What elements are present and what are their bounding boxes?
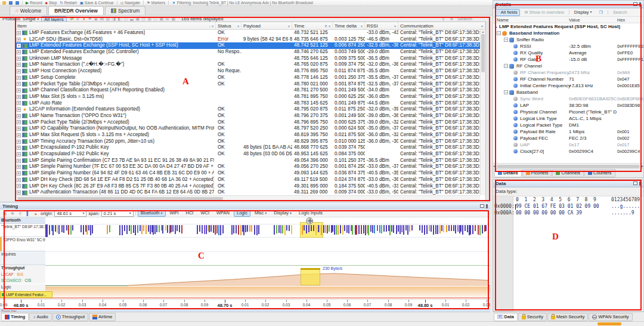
expander-icon[interactable]: + — [17, 114, 21, 118]
sidebar-inquiries[interactable]: Inquiries — [0, 251, 45, 265]
search-input[interactable]: Search — [457, 16, 472, 21]
column-header-communication[interactable]: Communication▾ — [398, 22, 485, 29]
details-row[interactable]: Payload FECFEC 2/30x002 — [493, 135, 643, 142]
column-header-payload[interactable]: Payload▾ — [242, 22, 292, 29]
expander-icon[interactable]: + — [17, 146, 21, 150]
table-row[interactable]: +LMP Channel Classification Request (AFH… — [16, 87, 485, 94]
tab-audio[interactable]: ♪Audio — [29, 313, 51, 321]
tab-throughput[interactable]: Throughput — [52, 313, 88, 321]
protocol-toolbar-icon[interactable]: ⇄ — [69, 16, 75, 21]
expander-icon[interactable]: + — [17, 152, 21, 156]
tab-counters[interactable]: Counters — [584, 169, 615, 177]
collapse-box[interactable]: − — [504, 64, 508, 68]
markers-button[interactable]: ⚑Markers — [147, 1, 165, 5]
sidebar-device-oppo[interactable]: "OPPO Enco W31" 5C:97:8... — [0, 237, 45, 251]
filtering-status[interactable]: ▼Filtering: Involving Telink_BT | No LE … — [172, 1, 313, 5]
details-row[interactable]: Clock[27-0]0x00299C40x00299C4 — [493, 148, 643, 155]
vertical-scrollbar[interactable]: ▲ — [480, 30, 485, 195]
expander-icon[interactable]: + — [17, 82, 21, 86]
protocol-selector[interactable]: Protocol: Single ▾ — [2, 16, 39, 21]
expander-icon[interactable]: + — [17, 171, 21, 176]
timing-filter-hci[interactable]: HCI — [183, 210, 197, 217]
protocol-toolbar-icon[interactable]: ⚑ — [87, 16, 93, 21]
protocol-toolbar-icon[interactable]: ⬡ — [153, 16, 159, 21]
table-row[interactable]: +LMP Max Slot Request (5 slots = 3.125 m… — [16, 132, 485, 139]
tab-piconets[interactable]: Piconets — [522, 169, 552, 177]
protocol-toolbar-icon[interactable]: ⇵ — [75, 16, 81, 21]
all-layers-button[interactable]: All layers — [41, 16, 66, 22]
record-button[interactable]: ▶Record — [26, 1, 42, 5]
table-row[interactable]: +LMP Extended Features Exchange (SSP Hos… — [16, 42, 485, 49]
scrollbar-thumb[interactable] — [481, 34, 485, 72]
timing-filter-logic[interactable]: Logic — [234, 210, 250, 217]
sidebar-device-telink[interactable]: "Telink_BT" D8:6F:17:38:3... — [0, 224, 45, 237]
expander-icon[interactable]: + — [17, 140, 21, 144]
expander-icon[interactable]: + — [17, 50, 21, 54]
lock-tool-icon[interactable]: ▲ — [33, 211, 39, 216]
restart-button[interactable]: ↻Restart — [60, 1, 76, 5]
stop-button[interactable]: ■Stop — [45, 1, 57, 5]
details-row[interactable]: RF Gain-15.0 dB0xFFFFFFF1 — [493, 56, 643, 63]
protocol-toolbar-icon[interactable]: ⊞ — [165, 16, 171, 21]
protocol-toolbar-icon[interactable]: ▥ — [105, 16, 111, 21]
expander-icon[interactable]: + — [17, 63, 21, 67]
expander-icon[interactable]: + — [17, 159, 21, 163]
tab-timing[interactable]: Timing — [1, 313, 29, 321]
display-dropdown[interactable]: Display▾ — [572, 9, 595, 16]
collapse-box[interactable]: − — [497, 31, 501, 35]
details-row[interactable]: Logical Packet TypeDM1 — [493, 122, 643, 128]
details-row[interactable]: RF Channel Frequency2473 Mhz0x9A9 — [493, 69, 643, 76]
table-row[interactable]: +LMP Simple Pairing Number (7F EC 67 00 … — [16, 164, 485, 170]
table-row[interactable]: +LMP Features Exchange (45 Features + 46… — [16, 30, 485, 36]
scrollbar-thumb[interactable] — [17, 197, 223, 200]
window-icon[interactable] — [633, 182, 637, 185]
navigate-button[interactable]: ◎Navigate — [120, 1, 140, 5]
column-name[interactable]: Name — [493, 17, 509, 23]
collapse-box[interactable]: − — [504, 38, 508, 42]
column-header-time[interactable]: Time▼ ▾ — [292, 22, 333, 29]
horizontal-scrollbar[interactable] — [16, 195, 480, 201]
table-row[interactable]: +LMP Simple Pairing Number (64 94 82 4F … — [16, 170, 485, 177]
table-row[interactable]: +Unknown LMP Message48.755 646 1250.009 … — [16, 56, 485, 62]
table-row[interactable]: +LMP Packet Type Table (2/3Mbps + Accept… — [16, 119, 485, 126]
protocol-toolbar-icon[interactable]: ▤ — [99, 16, 105, 21]
expander-icon[interactable]: + — [17, 165, 21, 169]
details-row[interactable]: LAP38:3D:980x0383D98 — [493, 102, 643, 109]
protocol-toolbar-icon[interactable]: ◻ — [141, 16, 147, 21]
column-tool-icon[interactable]: ▌ — [25, 211, 31, 216]
details-search-input[interactable]: Search — [611, 9, 630, 16]
table-row[interactable]: +LMP Timing Accuracy Transaction (250 pp… — [16, 139, 485, 145]
open-icon[interactable] — [2, 1, 6, 5]
table-row[interactable]: +LMP Host Connection (Accepted)No Reque.… — [16, 68, 485, 75]
table-row[interactable]: +LMP Name Transaction ("OPPO Enco W31")O… — [16, 113, 485, 119]
expander-icon[interactable]: + — [17, 190, 21, 195]
expander-icon[interactable]: + — [17, 127, 21, 131]
pan-tool-icon[interactable]: ✥ — [10, 211, 16, 216]
details-row[interactable]: Physical ChannelPiconet ("Telink_BT" D8:… — [493, 109, 643, 115]
details-row[interactable]: RX QualityAverage0xFFE0 — [493, 50, 643, 56]
table-row[interactable]: +LMP Extended Features Exchange (SC Cont… — [16, 49, 485, 56]
protocol-toolbar-icon[interactable]: ▣ — [135, 16, 141, 21]
column-header-item[interactable]: Item↓ ▾ — [16, 22, 216, 29]
table-row[interactable]: +LMP IO Capability Transaction (NoInputN… — [16, 125, 485, 132]
details-row[interactable]: −Baseband — [493, 89, 643, 96]
column-header-time-delta[interactable]: Time delta▾ — [333, 22, 365, 29]
hex-view[interactable]: 0 1 2 3 4 5 6 7 8 901234567890x0000:99 C… — [493, 196, 643, 311]
expander-icon[interactable]: + — [17, 57, 21, 61]
table-row[interactable]: +LMP DH Key Check (BD 68 54 1E EF A4 F8 … — [16, 177, 485, 183]
span-select[interactable]: 0.21 s▾ — [101, 210, 134, 217]
column-header-status[interactable]: Status▾ — [216, 22, 242, 29]
collapse-box[interactable]: − — [504, 90, 508, 94]
all-fields-button[interactable]: ∷All fields — [495, 9, 520, 16]
expander-icon[interactable]: + — [17, 133, 21, 137]
zoom-out-icon[interactable]: ⚲ — [441, 16, 447, 21]
tab-airtime[interactable]: Airtime — [89, 313, 116, 321]
expander-icon[interactable]: + — [17, 107, 21, 112]
expander-icon[interactable]: + — [17, 88, 21, 93]
protocol-toolbar-icon[interactable]: ◫ — [123, 16, 129, 21]
timing-filter-wci[interactable]: WCI — [197, 210, 212, 217]
tab-channels[interactable]: Channels — [552, 169, 584, 177]
table-row[interactable]: +LMP DH Key Check (8C 26 2F E9 A8 F3 8B … — [16, 183, 485, 190]
protocol-toolbar-icon[interactable]: ▦ — [159, 16, 165, 21]
details-row[interactable]: ▴LMP Extended Features Request (SSP Host… — [493, 23, 643, 30]
